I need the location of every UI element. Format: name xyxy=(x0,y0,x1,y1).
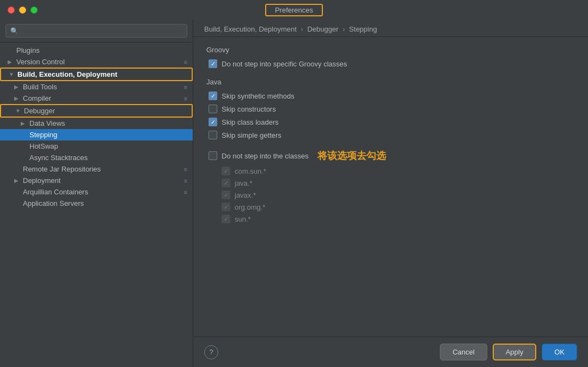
arrow-icon: ▶ xyxy=(14,84,21,90)
class-row-javax: javax.* xyxy=(222,191,575,199)
sidebar-item-build-tools[interactable]: ▶ Build Tools ≡ xyxy=(0,81,193,93)
class-label-org-omg: org.omg.* xyxy=(235,203,265,211)
help-button[interactable]: ? xyxy=(204,345,218,359)
class-checkbox-java[interactable] xyxy=(222,179,230,187)
search-input[interactable] xyxy=(22,27,182,35)
class-checkbox-org-omg[interactable] xyxy=(222,203,230,211)
breadcrumb-sep-2: › xyxy=(342,25,345,33)
groovy-section-label: Groovy xyxy=(206,46,575,54)
sidebar-item-label: Async Stacktraces xyxy=(29,154,88,162)
sidebar-list: Plugins ▶ Version Control ≡ ▼ Build, Exe… xyxy=(0,42,193,367)
sidebar-item-label: HotSwap xyxy=(29,142,58,150)
checkbox-skip-class-loaders-label: Skip class loaders xyxy=(222,118,279,126)
arrow-icon: ▼ xyxy=(9,71,15,77)
sidebar-item-plugins[interactable]: Plugins xyxy=(0,45,193,56)
checkbox-no-step-groovy: Do not step into specific Groovy classes xyxy=(206,59,575,68)
ok-button[interactable]: OK xyxy=(542,344,577,360)
badge-icon: ≡ xyxy=(184,95,187,102)
sidebar-item-compiler[interactable]: ▶ Compiler ≡ xyxy=(0,93,193,104)
java-section-label: Java xyxy=(206,78,575,86)
sidebar-item-build-exec-deploy[interactable]: ▼ Build, Execution, Deployment xyxy=(0,68,193,81)
checkbox-skip-synthetic-label: Skip synthetic methods xyxy=(222,92,295,100)
do-not-step-checkbox[interactable] xyxy=(209,151,217,160)
checkbox-skip-constructors-input[interactable] xyxy=(209,105,217,113)
sidebar-item-label: Deployment xyxy=(23,176,60,185)
minimize-button[interactable] xyxy=(19,7,26,14)
sidebar-item-debugger[interactable]: ▼ Debugger xyxy=(0,104,193,118)
class-row-com-sun: com.sun.* xyxy=(222,167,575,175)
sidebar-item-version-control[interactable]: ▶ Version Control ≡ xyxy=(0,56,193,68)
breadcrumb-part-3: Stepping xyxy=(349,25,377,33)
badge-icon: ≡ xyxy=(184,59,187,65)
sidebar-item-hotswap[interactable]: HotSwap xyxy=(0,140,193,152)
sidebar-item-label: Build, Execution, Deployment xyxy=(17,70,117,78)
apply-button[interactable]: Apply xyxy=(493,344,537,360)
breadcrumb-part-2: Debugger xyxy=(307,25,338,33)
content-body: Groovy Do not step into specific Groovy … xyxy=(193,37,588,337)
arrow-icon: ▶ xyxy=(14,95,21,101)
search-field-wrapper[interactable]: 🔍 xyxy=(5,24,187,38)
main-container: 🔍 Plugins ▶ Version Control ≡ ▼ Build, E… xyxy=(0,20,588,367)
checkbox-skip-constructors: Skip constructors xyxy=(206,105,575,113)
sidebar-item-label: Stepping xyxy=(29,131,57,139)
class-row-org-omg: org.omg.* xyxy=(222,203,575,211)
sidebar-item-remote-jar[interactable]: Remote Jar Repositories ≡ xyxy=(0,163,193,175)
checkbox-skip-synthetic-input[interactable] xyxy=(209,91,217,100)
search-bar: 🔍 xyxy=(0,20,193,42)
sidebar-item-label: Version Control xyxy=(16,58,65,66)
sidebar-item-label: Debugger xyxy=(24,107,55,115)
class-row-java: java.* xyxy=(222,179,575,187)
breadcrumb-part-1: Build, Execution, Deployment xyxy=(204,25,297,33)
close-button[interactable] xyxy=(8,7,15,14)
breadcrumb-sep-1: › xyxy=(301,25,303,33)
class-row-sun: sun.* xyxy=(222,215,575,223)
badge-icon: ≡ xyxy=(184,84,187,90)
sidebar-item-label: Application Servers xyxy=(23,199,84,207)
maximize-button[interactable] xyxy=(30,7,38,14)
title-bar: Preferences xyxy=(0,0,588,20)
sidebar-item-deployment[interactable]: ▶ Deployment ≡ xyxy=(0,175,193,186)
badge-icon: ≡ xyxy=(184,189,187,195)
class-label-java: java.* xyxy=(235,179,253,187)
button-group: Cancel Apply OK xyxy=(440,344,577,360)
sidebar-item-arquillian[interactable]: Arquillian Containers ≡ xyxy=(0,186,193,198)
checkbox-no-step-groovy-input[interactable] xyxy=(209,59,217,68)
checkbox-no-step-groovy-label: Do not step into specific Groovy classes xyxy=(222,60,347,68)
class-label-javax: javax.* xyxy=(235,191,256,199)
window-title: Preferences xyxy=(265,4,323,16)
sidebar: 🔍 Plugins ▶ Version Control ≡ ▼ Build, E… xyxy=(0,20,193,367)
arrow-icon: ▶ xyxy=(21,120,27,126)
window-controls xyxy=(8,7,38,14)
sidebar-item-label: Build Tools xyxy=(23,83,57,91)
checkbox-skip-class-loaders-input[interactable] xyxy=(209,118,217,126)
sidebar-item-app-servers[interactable]: Application Servers xyxy=(0,198,193,209)
content-panel: Build, Execution, Deployment › Debugger … xyxy=(193,20,588,367)
sidebar-item-label: Plugins xyxy=(16,46,40,54)
class-label-com-sun: com.sun.* xyxy=(235,167,266,175)
checkbox-skip-constructors-label: Skip constructors xyxy=(222,105,276,113)
arrow-icon: ▼ xyxy=(15,108,22,114)
classes-list: com.sun.* java.* javax.* org.omg.* sun.* xyxy=(222,167,575,223)
sidebar-item-label: Data Views xyxy=(29,119,65,127)
checkbox-skip-synthetic: Skip synthetic methods xyxy=(206,91,575,100)
sidebar-item-label: Compiler xyxy=(23,94,51,102)
annotation-text: 将该选项去勾选 xyxy=(317,149,386,162)
class-checkbox-com-sun[interactable] xyxy=(222,167,230,175)
bottom-bar: ? Cancel Apply OK xyxy=(193,337,588,367)
badge-icon: ≡ xyxy=(184,166,187,173)
sidebar-item-data-views[interactable]: ▶ Data Views xyxy=(0,118,193,129)
arrow-icon: ▶ xyxy=(14,178,21,184)
sidebar-item-async-stacktraces[interactable]: Async Stacktraces xyxy=(0,152,193,163)
arrow-icon: ▶ xyxy=(8,59,14,65)
checkbox-skip-simple-getters-input[interactable] xyxy=(209,131,217,139)
breadcrumb: Build, Execution, Deployment › Debugger … xyxy=(193,20,588,37)
class-label-sun: sun.* xyxy=(235,215,251,223)
do-not-step-label: Do not step into the classes xyxy=(222,152,309,160)
class-checkbox-javax[interactable] xyxy=(222,191,230,199)
class-checkbox-sun[interactable] xyxy=(222,215,230,223)
sidebar-item-stepping[interactable]: Stepping xyxy=(0,129,193,140)
badge-icon: ≡ xyxy=(184,178,187,184)
cancel-button[interactable]: Cancel xyxy=(440,344,487,360)
checkbox-skip-simple-getters: Skip simple getters xyxy=(206,131,575,139)
search-icon: 🔍 xyxy=(10,27,19,35)
